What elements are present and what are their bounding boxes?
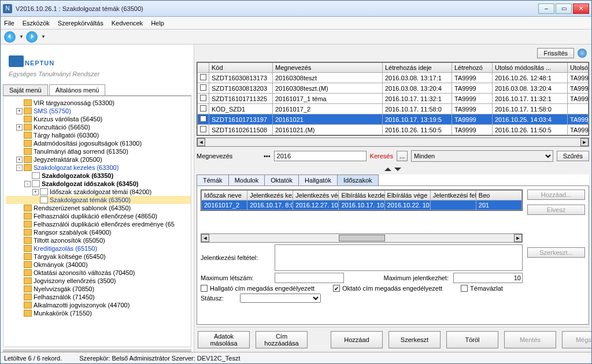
checkbox-icon[interactable] (461, 285, 468, 292)
btn-add-title[interactable]: Cím hozzáadása (256, 331, 308, 348)
grid-header[interactable]: Jelentkezés kezd... (247, 191, 293, 200)
tree-item[interactable]: +Időszak szakdolgozat témái (84200) (6, 188, 191, 196)
main-grid-hscroll[interactable]: ◄ ► (197, 138, 589, 147)
filter-input[interactable] (274, 151, 367, 161)
grid-header[interactable]: Időszak neve (202, 191, 247, 200)
filter-scope-select[interactable]: Minden (411, 150, 553, 162)
grid-header[interactable]: Jelentkezési feltétel (430, 191, 476, 200)
menu-favorites[interactable]: Kedvencek (112, 20, 143, 27)
btn-edit[interactable]: Szerkeszt (388, 331, 441, 348)
tree-toggle-icon[interactable]: + (16, 108, 23, 114)
input-feltetel[interactable] (275, 244, 523, 271)
grid-header[interactable]: Létrehozó (452, 63, 493, 73)
tree-toggle-icon[interactable]: + (16, 157, 23, 163)
tree-toggle-icon[interactable]: - (24, 181, 31, 187)
tree-item[interactable]: Felhasználói duplikáció ellenőrzés eredm… (6, 220, 191, 228)
filter-mode-icon[interactable]: ••• (264, 153, 271, 159)
tree-toggle-icon[interactable]: - (16, 165, 23, 171)
side-remove-button[interactable]: Elvesz (527, 205, 585, 215)
tree-item[interactable]: -Szakdolgozat időszakok (63450) (6, 180, 191, 188)
scroll-right-icon[interactable]: ► (580, 138, 589, 146)
row-checkbox[interactable] (200, 74, 206, 80)
nav-forward-button[interactable] (26, 31, 38, 43)
search-link[interactable]: Keresés (370, 153, 393, 159)
tree-item[interactable]: +Jegyzetraktárak (20500) (6, 155, 191, 164)
tree-item[interactable]: Kreditigazolás (65150) (6, 244, 191, 252)
tree-item[interactable]: Tanulmányi átlag sorrend (61350) (6, 147, 191, 155)
minimize-button[interactable]: – (538, 3, 554, 14)
table-row[interactable]: KÓD_SZD120161017_22016.10.17. 11:58:0TA9… (198, 104, 589, 114)
chk-tema-wrap[interactable]: Témavázlat (461, 285, 503, 292)
tree-item[interactable]: Rendszerüzenet sablonok (64350) (6, 204, 191, 212)
grid-header[interactable]: Utolsó módosítás ... (493, 63, 568, 73)
tree-item[interactable]: Szakdolgozatok (63350) (6, 172, 191, 180)
inner-scroll-right-icon[interactable]: ► (514, 234, 522, 242)
refresh-button[interactable]: Frissítés (537, 48, 574, 58)
tab-temak[interactable]: Témák (197, 174, 229, 185)
select-status[interactable] (240, 294, 321, 303)
table-row[interactable]: SZDT1610171132520161017_1 téma2016.10.17… (198, 94, 589, 104)
chk-oktato-wrap[interactable]: ✔Oktató cím megadás engedélyezett (333, 285, 442, 292)
expand-up-icon[interactable] (384, 168, 391, 171)
table-row[interactable]: SZDT1610261150820161021.(M)2016.10.26. 1… (198, 125, 589, 135)
grid-header[interactable] (198, 63, 209, 73)
side-add-button[interactable]: Hozzáad... (527, 190, 585, 200)
btn-cancel[interactable]: Mégsem (562, 331, 591, 348)
tree-item[interactable]: Tárgyak költsége (65450) (6, 252, 191, 261)
period-grid-hscroll[interactable]: ◄ ► (201, 233, 523, 243)
main-grid[interactable]: KódMegnevezésLétrehozás idejeLétrehozóUt… (197, 62, 589, 136)
tree-item[interactable]: Tiltott azonosítók (65050) (6, 236, 191, 244)
inner-scroll-left-icon[interactable]: ◄ (201, 234, 209, 242)
menu-help[interactable]: Help (151, 20, 164, 27)
vertical-resize-handle[interactable] (197, 165, 589, 172)
tree-item[interactable]: Adatmódosítási jogosultságok (61300) (6, 139, 191, 147)
tab-oktatok[interactable]: Oktatók (264, 174, 299, 185)
tab-hallgatok[interactable]: Hallgatók (298, 174, 338, 185)
tab-general-menu[interactable]: Általános menü (49, 84, 106, 95)
period-grid[interactable]: Időszak neveJelentkezés kezd...Jelentkez… (201, 190, 523, 211)
table-row[interactable]: SZDT1603081320320160308teszt.(M)2016.03.… (198, 83, 589, 94)
tree-item[interactable]: Nyelvvizsgák (70850) (6, 285, 191, 293)
btn-save[interactable]: Mentés (504, 331, 556, 348)
menu-tools[interactable]: Eszközök (23, 20, 50, 27)
table-row[interactable]: SZDT16101713197201610212016.10.17. 13:19… (198, 114, 589, 125)
tab-idoszakok[interactable]: Időszakok (337, 174, 379, 185)
input-maxjel[interactable] (453, 273, 523, 283)
tab-own-menu[interactable]: Saját menü (3, 84, 48, 95)
table-row[interactable]: SZDT1603081317320160308teszt2016.03.08. … (198, 73, 589, 83)
tree-item[interactable]: Felhasználók (71450) (6, 293, 191, 301)
row-checkbox[interactable] (200, 95, 206, 101)
tree-item[interactable]: Munkakörök (71550) (6, 309, 191, 317)
filter-apply-button[interactable]: Szűrés (557, 151, 589, 161)
tree-item[interactable]: Oktatási azonosító változás (70450) (6, 269, 191, 277)
tree-item[interactable]: Okmányok (34000) (6, 261, 191, 269)
input-maxletszam[interactable] (275, 273, 344, 283)
nav-back-button[interactable] (4, 31, 16, 43)
table-row[interactable]: 20161017_22016.10.17. 8:00:002016.12.27.… (202, 200, 522, 210)
tree-toggle-icon[interactable]: + (16, 124, 23, 131)
row-checkbox[interactable] (200, 105, 206, 112)
tab-modulok[interactable]: Modulok (228, 174, 265, 185)
grid-header[interactable]: Kód (209, 63, 273, 73)
tree-item[interactable]: Rangsor szabályok (64900) (6, 228, 191, 236)
tree-item[interactable]: Alkalmazotti jogviszonyok (44700) (6, 301, 191, 309)
filter-ellipsis-button[interactable]: ... (397, 151, 408, 161)
nav-tree[interactable]: VIR tárgyazonosság (53300)+SMS (55750)Ku… (3, 96, 191, 347)
row-checkbox[interactable] (200, 84, 206, 91)
row-checkbox[interactable] (200, 116, 206, 122)
btn-copy-data[interactable]: Adatok másolása (198, 331, 250, 348)
grid-header[interactable]: Beo (476, 191, 521, 200)
maximize-button[interactable]: ▭ (556, 3, 572, 14)
tree-item[interactable]: Kurzus várólista (56450) (6, 115, 191, 123)
expand-down-icon[interactable] (394, 168, 401, 171)
grid-header[interactable]: Jelentkezés vége (293, 191, 339, 200)
checkbox-icon[interactable] (201, 285, 208, 292)
nav-forward-dropdown-icon[interactable]: ▼ (41, 34, 46, 39)
btn-delete[interactable]: Töröl (446, 331, 498, 348)
menu-role[interactable]: Szerepkörváltás (58, 20, 103, 27)
menu-file[interactable]: File (4, 20, 14, 27)
row-checkbox[interactable] (200, 126, 206, 132)
tree-item[interactable]: -Szakdolgozat kezelés (63300) (6, 164, 191, 172)
close-button[interactable]: ✕ (573, 3, 589, 14)
tree-toggle-icon[interactable]: + (32, 189, 39, 195)
